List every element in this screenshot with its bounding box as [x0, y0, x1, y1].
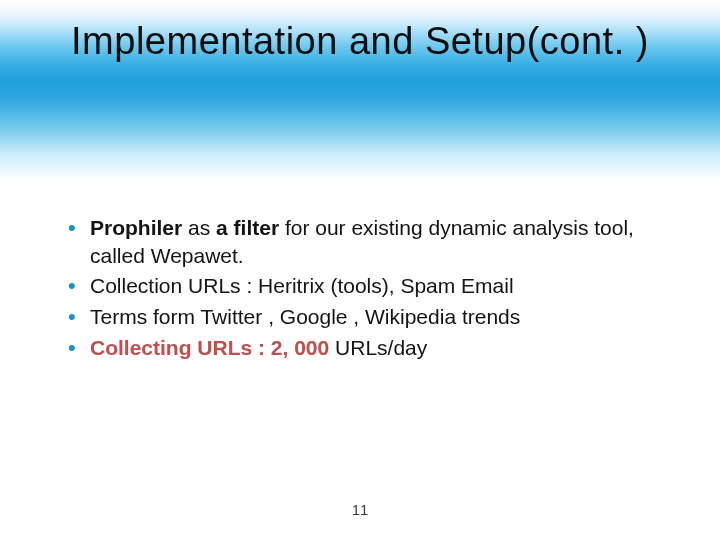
text-accent: Collecting URLs : 2, 000	[90, 336, 329, 359]
text: URLs/day	[329, 336, 427, 359]
page-number: 11	[0, 501, 720, 518]
slide-title: Implementation and Setup(cont. )	[0, 0, 720, 63]
text: Terms form Twitter , Google , Wikipedia …	[90, 305, 520, 328]
text-bold: a filter	[216, 216, 279, 239]
list-item: Terms form Twitter , Google , Wikipedia …	[68, 303, 674, 331]
bullet-list: Prophiler as a filter for our existing d…	[68, 214, 674, 362]
list-item: Prophiler as a filter for our existing d…	[68, 214, 674, 269]
text: as	[182, 216, 216, 239]
slide-content: Prophiler as a filter for our existing d…	[68, 214, 674, 365]
list-item: Collecting URLs : 2, 000 URLs/day	[68, 334, 674, 362]
text: Collection URLs : Heritrix (tools), Spam…	[90, 274, 514, 297]
text-bold: Prophiler	[90, 216, 182, 239]
list-item: Collection URLs : Heritrix (tools), Spam…	[68, 272, 674, 300]
